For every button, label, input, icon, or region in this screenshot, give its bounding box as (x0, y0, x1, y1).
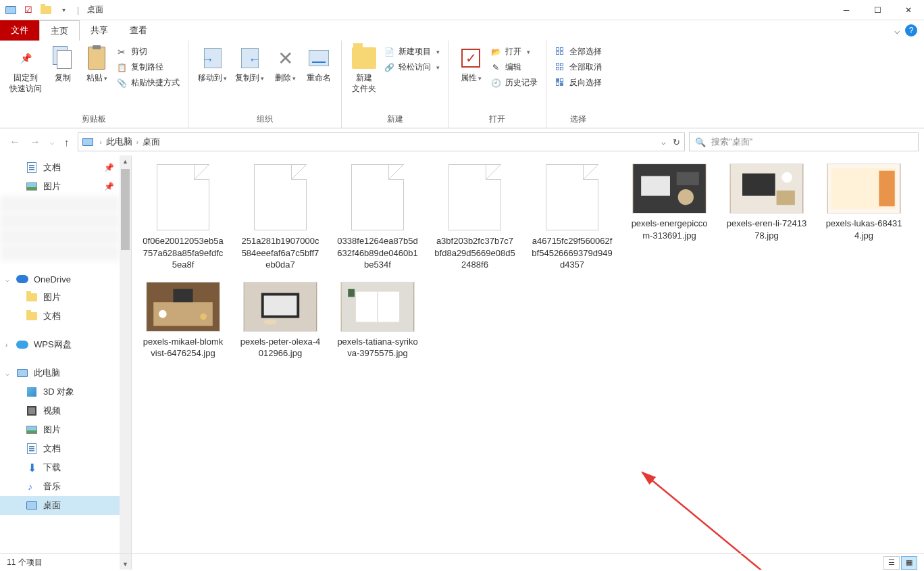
thumbnails-view-button[interactable]: ▦ (901, 556, 917, 570)
file-item[interactable]: pexels-lukas-684314.jpg (823, 164, 904, 271)
minimize-button[interactable]: ─ (831, 0, 862, 20)
svg-point-15 (200, 313, 207, 320)
history-button[interactable]: 🕘历史记录 (488, 76, 540, 90)
help-button[interactable]: ? (905, 24, 917, 36)
svg-rect-1 (641, 176, 670, 196)
svg-point-7 (781, 172, 792, 183)
clipboard-icon (88, 47, 105, 70)
file-label: pexels-mikael-blomkvist-6476254.jpg (143, 336, 224, 359)
copy-button[interactable]: 复制 (46, 43, 80, 86)
properties-button[interactable]: ✓ 属性▾ (454, 43, 488, 86)
file-item[interactable]: pexels-energepiccom-313691.jpg (629, 164, 710, 271)
file-item[interactable]: pexels-mikael-blomkvist-6476254.jpg (143, 282, 224, 359)
app-icon (4, 3, 18, 17)
sidebar-item-videos[interactable]: 视频 (0, 401, 120, 420)
title-bar: ☑ ▾ | 桌面 ─ ☐ ✕ (0, 0, 924, 20)
paste-shortcut-icon: 📎 (116, 78, 127, 89)
copy-path-button[interactable]: 📋复制路径 (113, 60, 182, 74)
delete-icon: ✕ (278, 47, 293, 70)
sidebar-item-3d-objects[interactable]: 3D 对象 (0, 382, 120, 401)
up-button[interactable]: ↑ (64, 136, 70, 148)
maximize-button[interactable]: ☐ (862, 0, 893, 20)
file-label: pexels-lukas-684314.jpg (823, 218, 904, 241)
address-dropdown[interactable]: ⌵ (661, 138, 666, 147)
sidebar-item-documents2[interactable]: 文档 (0, 439, 120, 458)
sidebar-item-od-documents[interactable]: 文档 (0, 307, 120, 326)
refresh-button[interactable]: ↻ (673, 137, 680, 147)
paste-button[interactable]: 粘贴▾ (80, 43, 113, 86)
pin-quick-access-button[interactable]: 📌 固定到 快速访问 (5, 43, 46, 97)
file-icon (340, 164, 415, 231)
sidebar-item-pictures[interactable]: 图片📌 (0, 177, 120, 196)
file-item[interactable]: pexels-eren-li-7241378.jpg (726, 164, 807, 271)
sidebar-item-wps[interactable]: ›WPS网盘 (0, 335, 120, 354)
status-bar: 11 个项目 ☰ ▦ (0, 553, 924, 571)
file-item[interactable]: 251a281b1907000c584eeefaf6a7c5bff7eb0da7 (240, 164, 321, 271)
delete-button[interactable]: ✕ 删除▾ (268, 43, 302, 86)
sidebar-item-od-pictures[interactable]: 图片 (0, 288, 120, 307)
group-label-select: 选择 (552, 114, 605, 128)
new-item-button[interactable]: 📄新建项目▾ (381, 45, 442, 59)
close-button[interactable]: ✕ (893, 0, 924, 20)
collapse-ribbon-button[interactable]: ⌵ (894, 25, 900, 36)
group-label-new: 新建 (347, 114, 442, 128)
file-list-pane[interactable]: 0f06e20012053eb5a757a628a85fa9efdfc5ea8f… (132, 155, 924, 570)
menu-bar: 文件 主页 共享 查看 ⌵ ? (0, 20, 924, 41)
paste-shortcut-button[interactable]: 📎粘贴快捷方式 (113, 76, 182, 90)
new-folder-button[interactable]: 新建 文件夹 (347, 43, 381, 97)
scroll-up-icon[interactable]: ▲ (120, 155, 131, 167)
menu-file[interactable]: 文件 (0, 20, 39, 41)
forward-button[interactable]: → (30, 136, 41, 148)
sidebar-item-music[interactable]: ♪音乐 (0, 477, 120, 496)
sidebar-item-documents[interactable]: 文档📌 (0, 158, 120, 177)
sidebar-item-desktop[interactable]: 桌面 (0, 496, 120, 515)
open-button[interactable]: 📂打开▾ (488, 45, 540, 59)
history-dropdown[interactable]: ⌵ (50, 138, 55, 147)
details-view-button[interactable]: ☰ (883, 556, 900, 570)
sidebar-item-this-pc[interactable]: ⌵此电脑 (0, 364, 120, 382)
edit-button[interactable]: ✎编辑 (488, 60, 540, 74)
sidebar-item-pictures2[interactable]: 图片 (0, 420, 120, 439)
window-title: 桌面 (87, 4, 103, 16)
select-none-button[interactable]: 全部取消 (552, 60, 605, 74)
file-item[interactable]: pexels-tatiana-syrikova-3975575.jpg (337, 282, 418, 359)
invert-selection-button[interactable]: 反向选择 (552, 76, 605, 90)
copy-to-button[interactable]: 复制到▾ (231, 43, 268, 86)
move-to-icon (204, 48, 222, 68)
file-label: 251a281b1907000c584eeefaf6a7c5bff7eb0da7 (240, 235, 321, 271)
qat-dropdown[interactable]: ▾ (57, 3, 70, 17)
breadcrumb-desktop[interactable]: 桌面 (141, 136, 161, 148)
sidebar-scrollbar[interactable]: ▲ ▼ (120, 155, 131, 570)
image-thumbnail (827, 164, 901, 214)
menu-share[interactable]: 共享 (80, 20, 119, 41)
breadcrumb-this-pc[interactable]: 此电脑 (105, 136, 134, 148)
svg-rect-10 (879, 171, 894, 207)
menu-home[interactable]: 主页 (39, 20, 80, 41)
rename-button[interactable]: 重命名 (302, 43, 336, 86)
sidebar-item-downloads[interactable]: ⬇下载 (0, 458, 120, 477)
scrollbar-thumb[interactable] (121, 169, 130, 250)
select-all-button[interactable]: 全部选择 (552, 45, 605, 59)
cut-button[interactable]: ✂剪切 (113, 45, 182, 59)
address-bar[interactable]: › 此电脑 › 桌面 ⌵ ↻ (78, 132, 686, 151)
file-item[interactable]: 0338fe1264ea87b5d632f46b89de0460b1be534f (337, 164, 418, 271)
pin-icon: 📌 (20, 53, 31, 64)
file-icon (535, 164, 609, 231)
move-to-button[interactable]: 移动到▾ (194, 43, 231, 86)
easy-access-button[interactable]: 🔗轻松访问▾ (381, 60, 442, 74)
search-input[interactable]: 🔍 搜索"桌面" (689, 132, 919, 151)
file-item[interactable]: a46715fc29f560062fbf54526669379d949d4357 (532, 164, 613, 271)
copy-path-icon: 📋 (116, 62, 127, 73)
select-none-icon (555, 62, 565, 73)
file-item[interactable]: a3bf203b2fc37b7c7bfd8a29d5669e08d52488f6 (434, 164, 515, 271)
file-item[interactable]: pexels-peter-olexa-4012966.jpg (240, 282, 321, 359)
sidebar-item-onedrive[interactable]: ⌵OneDrive (0, 270, 120, 288)
file-item[interactable]: 0f06e20012053eb5a757a628a85fa9efdfc5ea8f (143, 164, 224, 271)
sidebar-item-redacted (0, 212, 120, 228)
qat-item-1[interactable]: ☑ (22, 3, 35, 17)
easy-access-icon: 🔗 (384, 62, 394, 73)
qat-folder-icon (39, 3, 53, 17)
svg-point-14 (159, 310, 167, 318)
menu-view[interactable]: 查看 (119, 20, 158, 41)
back-button[interactable]: ← (9, 136, 20, 148)
